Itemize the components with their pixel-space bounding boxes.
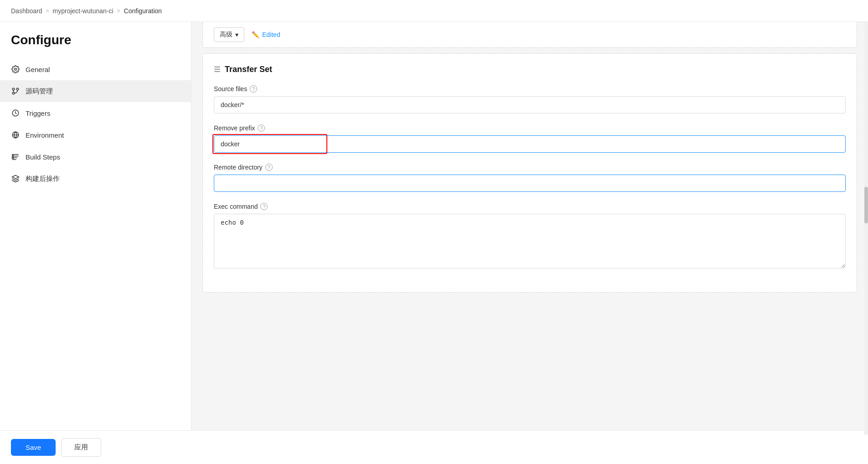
edited-label: Edited [262, 31, 280, 38]
exec-command-help-icon[interactable]: ? [260, 203, 268, 210]
list-icon [11, 152, 20, 161]
footer-bar: Save 应用 [0, 430, 868, 464]
sidebar-item-source[interactable]: 源码管理 [0, 80, 191, 102]
transfer-set-card: ☰ Transfer Set Source files ? Remove pre… [202, 53, 857, 293]
drag-icon: ☰ [214, 65, 220, 74]
remote-directory-input[interactable] [214, 175, 846, 192]
breadcrumb-current: Configuration [124, 7, 162, 15]
sidebar-item-triggers[interactable]: Triggers [0, 102, 191, 124]
sidebar-title: Configure [0, 33, 191, 58]
breadcrumb-dashboard[interactable]: Dashboard [11, 7, 42, 15]
sidebar-label-general: General [26, 66, 50, 73]
breadcrumb-sep-2: > [117, 8, 120, 14]
svg-point-1 [12, 92, 15, 94]
scrollbar-thumb[interactable] [864, 187, 868, 223]
clock-icon [11, 108, 20, 118]
source-files-label: Source files ? [214, 85, 846, 93]
main-layout: Configure General 源码 [0, 22, 868, 430]
transfer-set-title: Transfer Set [225, 65, 272, 74]
save-button[interactable]: Save [11, 439, 56, 456]
chevron-down-icon: ▾ [235, 31, 238, 38]
sidebar-label-build-steps: Build Steps [26, 153, 60, 161]
source-files-input[interactable] [214, 96, 846, 113]
source-files-help-icon[interactable]: ? [250, 85, 257, 93]
remote-directory-help-icon[interactable]: ? [265, 164, 273, 171]
sidebar-label-source: 源码管理 [26, 87, 53, 96]
sidebar-label-post-build: 构建后操作 [26, 175, 60, 183]
exec-command-textarea[interactable]: echo 0 [214, 214, 846, 268]
edit-icon: ✏️ [252, 31, 259, 38]
cube-icon [11, 174, 20, 183]
level-dropdown-label: 高级 [220, 31, 232, 39]
level-dropdown[interactable]: 高级 ▾ [214, 27, 244, 42]
edited-badge[interactable]: ✏️ Edited [252, 31, 280, 38]
remove-prefix-input-wrapper [214, 135, 846, 153]
exec-command-group: Exec command ? echo 0 [214, 203, 846, 270]
remote-directory-label: Remote directory ? [214, 164, 846, 171]
content-area: 高级 ▾ ✏️ Edited ☰ Transfer Set Source fil… [191, 22, 868, 430]
remove-prefix-group: Remove prefix ? [214, 124, 846, 153]
sidebar-item-post-build[interactable]: 构建后操作 [0, 168, 191, 190]
sidebar: Configure General 源码 [0, 22, 191, 430]
exec-command-label: Exec command ? [214, 203, 846, 210]
gear-icon [11, 65, 20, 74]
branch-icon [11, 87, 20, 96]
svg-point-3 [16, 88, 19, 90]
top-partial-card: 高级 ▾ ✏️ Edited [202, 22, 857, 48]
remove-prefix-help-icon[interactable]: ? [258, 124, 265, 132]
breadcrumb-sep-1: > [46, 8, 49, 14]
sidebar-label-triggers: Triggers [26, 109, 50, 117]
source-files-group: Source files ? [214, 85, 846, 113]
sidebar-item-environment[interactable]: Environment [0, 124, 191, 146]
sidebar-item-general[interactable]: General [0, 58, 191, 80]
remove-prefix-input[interactable] [214, 135, 846, 153]
remote-directory-group: Remote directory ? [214, 164, 846, 192]
svg-rect-12 [12, 154, 14, 155]
breadcrumb-project[interactable]: myproject-wutunan-ci [53, 7, 114, 15]
globe-icon [11, 130, 20, 139]
svg-point-0 [15, 68, 17, 71]
card-header: ☰ Transfer Set [214, 65, 846, 74]
svg-point-2 [12, 88, 15, 90]
remove-prefix-label: Remove prefix ? [214, 124, 846, 132]
scrollbar-track [864, 22, 868, 430]
apply-button[interactable]: 应用 [61, 438, 101, 457]
sidebar-item-build-steps[interactable]: Build Steps [0, 146, 191, 168]
breadcrumb-bar: Dashboard > myproject-wutunan-ci > Confi… [0, 0, 868, 22]
sidebar-label-environment: Environment [26, 131, 64, 139]
